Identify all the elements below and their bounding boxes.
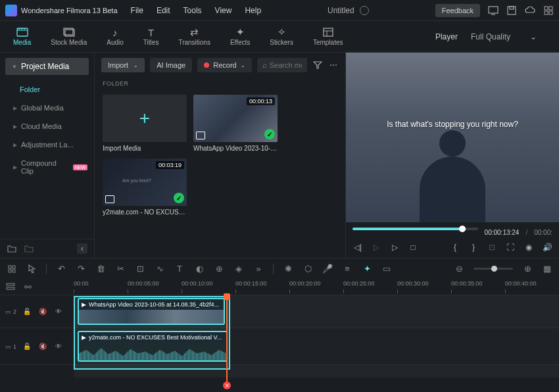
mute-icon[interactable]: 🔇 (37, 341, 48, 352)
video-caption: Is that what's stopping you right now? (387, 120, 518, 129)
zoom-in-icon[interactable]: ⊕ (522, 264, 533, 274)
feedback-button[interactable]: Feedback (435, 4, 480, 17)
search-wrap[interactable]: ⌕ (257, 58, 307, 72)
media-item[interactable]: 00:00:13 ✓ WhatsApp Video 2023-10-05... (193, 95, 278, 152)
prev-frame-button[interactable]: ◁| (352, 242, 363, 253)
templates-icon (322, 27, 334, 37)
record-button[interactable]: Record⌄ (197, 58, 251, 72)
more-tools-icon[interactable]: » (253, 264, 264, 274)
player-label: Player (435, 32, 458, 41)
zoom-out-icon[interactable]: ⊖ (454, 264, 464, 274)
track-label: ▭ 1 (5, 343, 16, 350)
quality-select[interactable]: Full Quality ⌄ (471, 32, 537, 41)
tab-stickers[interactable]: ✧ Stickers (266, 24, 297, 49)
collapse-sidebar-icon[interactable]: ‹ (77, 243, 87, 254)
stop-button[interactable]: □ (408, 242, 418, 253)
folder-add-icon[interactable] (7, 243, 17, 254)
player-header: Player Full Quality ⌄ (435, 32, 550, 41)
audio-mix-icon[interactable]: ≡ (342, 264, 352, 274)
project-media-button[interactable]: ▼ Project Media (5, 58, 89, 75)
tab-audio[interactable]: ♪ Audio (103, 24, 128, 49)
menu-file[interactable]: File (131, 6, 143, 15)
green-screen-icon[interactable]: ⊕ (214, 264, 224, 274)
marker-icon[interactable]: ⬡ (303, 264, 313, 274)
track-body[interactable]: ▶WhatsApp Video 2023-10-05 at 14.08.35_4… (74, 295, 559, 328)
media-item[interactable]: Are you tired? 00:03:19 ✓ y2mate.com - N… (103, 159, 187, 216)
record-dot-icon (204, 62, 209, 68)
sidebar-item-adjustment-layer[interactable]: ▶Adjustment La... (0, 135, 94, 154)
save-icon[interactable] (506, 5, 517, 16)
folder-label[interactable]: Folder (0, 80, 94, 99)
fullscreen-button[interactable]: ⛶ (505, 242, 516, 253)
play-button[interactable]: ▷ (389, 242, 400, 253)
play-backward-button[interactable]: ▷ (371, 242, 381, 253)
lock-icon[interactable]: 🔓 (22, 306, 32, 317)
sidebar-item-global-media[interactable]: ▶Global Media (0, 99, 94, 117)
track-body[interactable] (74, 365, 559, 378)
monitor-icon[interactable] (488, 5, 498, 16)
keyframe-icon[interactable]: ◈ (233, 264, 244, 274)
tab-media[interactable]: Media (9, 24, 35, 49)
apps-icon[interactable] (543, 5, 554, 16)
voice-icon[interactable]: 🎤 (322, 264, 333, 274)
crop-button[interactable]: ⊡ (487, 242, 497, 253)
split-icon[interactable]: ✂ (115, 264, 126, 274)
document-title[interactable]: Untitled (328, 6, 354, 15)
ai-image-button[interactable]: AI Image (150, 58, 192, 72)
zoom-slider[interactable] (474, 268, 513, 270)
color-icon[interactable]: ◐ (194, 264, 205, 274)
playhead[interactable]: ✕ (226, 295, 228, 387)
import-button[interactable]: Import⌄ (101, 58, 145, 72)
volume-button[interactable]: 🔊 (542, 242, 552, 253)
crop-icon[interactable]: ⊡ (135, 264, 145, 274)
link-icon[interactable]: ⚯ (22, 282, 33, 292)
timeline-ruler[interactable]: 00:00 00:00:05:00 00:00:10:00 00:00:15:0… (74, 279, 559, 295)
visibility-icon[interactable]: 👁 (53, 341, 64, 352)
menu-edit[interactable]: Edit (157, 6, 170, 15)
tab-stock-media[interactable]: Stock Media (47, 24, 91, 49)
select-tool-icon[interactable] (26, 264, 37, 274)
sidebar-item-compound-clip[interactable]: ▶Compound ClipNEW (0, 154, 94, 180)
mark-in-button[interactable]: { (450, 242, 460, 253)
timeline-clip[interactable]: ▶WhatsApp Video 2023-10-05 at 14.08.35_4… (78, 298, 225, 325)
menu-view[interactable]: View (215, 6, 232, 15)
track-body[interactable]: ▶y2mate.com - NO EXCUSES Best Motivation… (74, 328, 559, 364)
lock-icon[interactable]: 🔓 (22, 341, 32, 352)
timeline-view-icon[interactable]: ▦ (542, 264, 552, 274)
search-input[interactable] (270, 61, 302, 69)
redo-icon[interactable]: ↷ (76, 264, 86, 274)
menu-help[interactable]: Help (245, 6, 261, 15)
undo-icon[interactable]: ↶ (56, 264, 66, 274)
tab-transitions[interactable]: ⇄ Transitions (174, 24, 214, 49)
menu-tools[interactable]: Tools (183, 6, 202, 15)
sidebar-item-cloud-media[interactable]: ▶Cloud Media (0, 117, 94, 135)
pointer-tool-icon[interactable] (7, 264, 17, 274)
speed-icon[interactable]: ∿ (155, 264, 165, 274)
main-row: ▼ Project Media Folder ▶Global Media ▶Cl… (0, 53, 559, 258)
auto-beat-icon[interactable]: ✦ (362, 264, 372, 274)
track-settings-icon[interactable] (5, 282, 16, 292)
filter-icon[interactable] (312, 60, 323, 70)
player-viewport[interactable]: Is that what's stopping you right now? (346, 53, 559, 222)
delete-icon[interactable]: 🗑 (95, 264, 106, 274)
mark-out-button[interactable]: } (468, 242, 479, 253)
cloud-upload-icon[interactable] (525, 5, 535, 16)
player-buttons: ◁| ▷ ▷ □ { } ⊡ ⛶ ◉ 🔊 (352, 242, 552, 253)
sync-status-icon[interactable] (360, 6, 369, 15)
mute-icon[interactable]: 🔇 (37, 306, 48, 317)
media-toolbar: Import⌄ AI Image Record⌄ ⌕ ⋯ (95, 53, 345, 78)
tab-titles[interactable]: T Titles (139, 24, 163, 49)
player-progress[interactable] (352, 228, 478, 230)
folder-icon[interactable] (24, 243, 34, 254)
import-media-card[interactable]: + Import Media (103, 95, 187, 152)
snapshot-button[interactable]: ◉ (523, 242, 534, 253)
adjust-icon[interactable]: ✺ (283, 264, 293, 274)
render-icon[interactable]: ▭ (381, 264, 392, 274)
text-icon[interactable]: T (174, 264, 185, 274)
timeline-clip[interactable]: ▶y2mate.com - NO EXCUSES Best Motivation… (78, 331, 228, 362)
tab-templates[interactable]: Templates (309, 24, 347, 49)
tab-effects[interactable]: ✦ Effects (226, 24, 254, 49)
visibility-icon[interactable]: 👁 (53, 306, 64, 317)
playhead-delete-icon[interactable]: ✕ (223, 381, 231, 389)
more-icon[interactable]: ⋯ (328, 60, 339, 70)
